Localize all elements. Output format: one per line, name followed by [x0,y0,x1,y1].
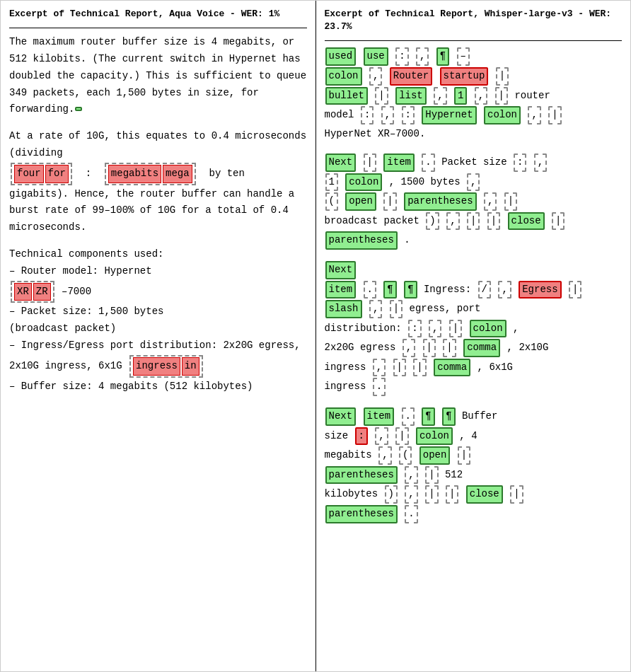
rt-colon-word: colon [325,67,362,86]
rt4-close-paren: ) [385,485,398,504]
rt4-close: close [466,485,503,504]
right-panel: Excerpt of Technical Report, Whisper-lar… [316,1,631,671]
rt4-colon-word: colon [416,427,453,446]
rt3-bar2: | [390,300,403,318]
right-block-4: Next item . ¶ ¶ Buffer size : , | colon … [325,407,623,524]
rt3-comma1: , [498,281,511,299]
rt-comma2: , [369,67,382,86]
token-mega: mega [163,165,192,183]
rt3-para1: ¶ [383,281,396,299]
rt3-comma-word2: comma [434,359,470,377]
rt4-para1: ¶ [422,407,434,426]
rt2-close-paren: ) [426,212,439,231]
rt4-comma4: , [405,485,417,504]
rt2-colon-word: colon [345,173,382,192]
rt-bar2: | [375,87,388,105]
right-content: used use : , ¶ – colon , Router startup … [325,41,623,523]
rt4-bar1: | [395,427,408,446]
rt4-Next: Next [325,407,357,426]
right-panel-title: Excerpt of Technical Report, Whisper-lar… [325,8,623,33]
rt4-bar6: | [510,485,523,504]
token-cursor [75,107,82,111]
rt3-comma4: , [403,339,415,357]
rt4-colon-sym: : [355,427,368,446]
rt-bar1: | [496,67,509,86]
token-for: for [45,165,69,183]
token-four: four [14,165,44,183]
rt-list: list [395,87,427,105]
rt3-bar6: | [393,359,406,377]
rt2-Next: Next [325,153,357,172]
token-ingress-left: ingress [133,357,180,376]
rt-dash1: – [457,47,470,66]
rt2-comma3: , [484,192,497,211]
main-container: Excerpt of Technical Report, Aqua Voice … [0,0,631,672]
right-block-top: used use : , ¶ – colon , Router startup … [325,47,623,143]
rt2-close: close [508,212,545,231]
rt2-comma4: , [446,212,459,231]
right-block-2: Next | item . Packet size : , 1 colon , … [325,153,623,250]
rt3-comma5: , [373,359,386,377]
left-para-1: The maximum router buffer size is 4 mega… [9,34,307,118]
left-pair-four-for: four for [11,163,72,185]
rt-comma3: , [434,87,446,105]
rt-comma1: , [416,47,429,66]
rt2-bar5: | [487,212,500,231]
rt3-period: . [364,281,376,299]
rt-para1: ¶ [436,47,449,66]
rt3-comma-word1: comma [463,339,500,357]
rt4-parentheses2: parentheses [325,505,398,523]
rt4-comma3: , [405,466,417,485]
rt2-period1: . [422,153,434,172]
left-pair-megabits-mega: megabits mega [105,163,196,185]
rt3-slash: / [478,281,491,299]
left-pair-ingress-in: ingress in [129,355,203,378]
rt2-bar2: | [383,192,396,211]
rt2-colon1: : [514,153,526,172]
rt-colon3: : [402,106,415,124]
rt4-bar2: | [458,446,470,465]
rt-colon4: colon [484,106,521,124]
rt4-comma2: , [378,446,391,465]
rt3-slash2: slash [325,300,362,318]
rt2-parentheses1: parentheses [404,192,476,211]
token-xr: XR [14,283,32,301]
rt4-comma1: , [375,427,388,446]
rt3-colon1: : [408,320,421,338]
rt3-comma2: , [369,300,382,318]
rt3-bar5: | [443,339,456,357]
rt2-bar1: | [364,153,376,172]
rt2-comma2: , [467,173,480,192]
rt-comma6: , [528,106,540,124]
rt4-period2: . [405,505,417,523]
token-megabits: megabits [108,165,161,183]
rt4-bar4: | [425,485,438,504]
rt2-1: 1 [325,173,338,192]
rt3-bar1: | [569,281,581,299]
rt3-bar7: | [413,359,426,377]
rt-colon1: : [395,47,408,66]
rt2-parentheses2: parentheses [325,231,398,250]
rt-colon2: : [361,106,374,124]
rt4-period1: . [402,407,415,426]
rt2-item: item [383,153,415,172]
rt-one: 1 [454,87,467,105]
rt3-bar3: | [449,320,462,338]
rt3-colon-word: colon [470,320,506,338]
rt4-item: item [364,407,395,426]
left-pair-xr-zr: XR ZR [11,281,54,303]
rt4-open: open [419,446,451,465]
rt3-Next: Next [325,261,357,279]
rt2-comma1: , [534,153,547,172]
rt3-item: item [325,281,357,299]
rt-startup: startup [440,67,489,86]
left-panel-title: Excerpt of Technical Report, Aqua Voice … [9,8,307,21]
rt3-bar4: | [423,339,436,357]
rt4-para2: ¶ [442,407,455,426]
rt2-bar3: | [504,192,517,211]
rt-bar4: | [548,106,561,124]
rt3-Egress: Egress [519,281,561,299]
rt2-open: open [345,192,376,211]
rt4-bar5: | [446,485,458,504]
rt3-para2: ¶ [404,281,417,299]
